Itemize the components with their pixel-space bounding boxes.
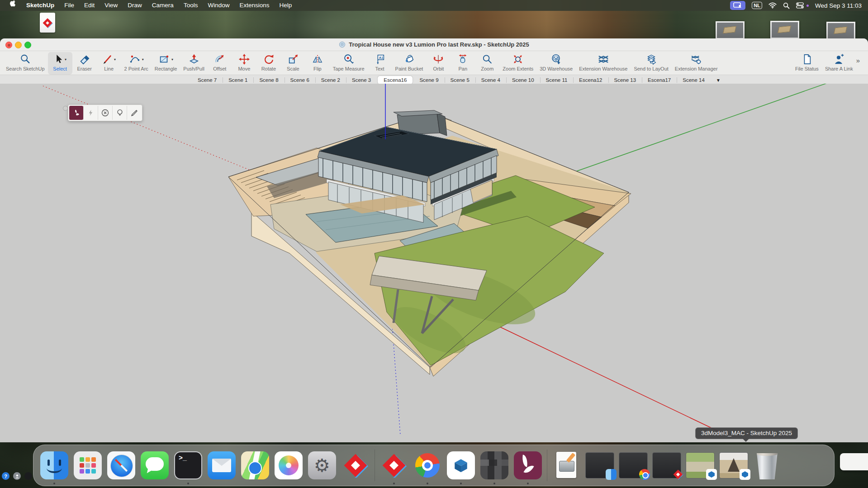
tool-scale[interactable]: Scale — [281, 52, 305, 75]
livesync-materials-button[interactable] — [127, 106, 141, 120]
tool-move[interactable]: Move — [232, 52, 256, 75]
menu-help[interactable]: Help — [274, 0, 297, 11]
scene-tabs-dropdown[interactable]: ▼ — [711, 78, 726, 83]
menu-view[interactable]: View — [100, 0, 123, 11]
tool-zoom-extents[interactable]: Zoom Extents — [499, 52, 536, 75]
scene-tab[interactable]: Escena12 — [573, 76, 608, 85]
minimize-button[interactable] — [15, 42, 22, 48]
dock-chrome[interactable] — [413, 451, 442, 480]
menu-file[interactable]: File — [59, 0, 79, 11]
menu-window[interactable]: Window — [203, 0, 234, 11]
user-badge-icon[interactable] — [13, 472, 21, 480]
scene-tab[interactable]: Scene 14 — [677, 76, 711, 85]
menu-tools[interactable]: Tools — [179, 0, 203, 11]
dock-trash[interactable] — [753, 451, 782, 480]
desktop-screenshot-thumbnail-1[interactable] — [716, 21, 745, 39]
dock-sketchup[interactable] — [341, 451, 370, 480]
scene-tab[interactable]: Scene 4 — [475, 76, 506, 85]
dock-disk-image-file[interactable] — [552, 451, 581, 480]
dock-sketchup-running[interactable] — [379, 451, 408, 480]
tool-extension-manager[interactable]: Extension Manager — [672, 52, 721, 75]
tool-rectangle[interactable]: ▾ Rectangle — [152, 52, 180, 75]
tool-eraser[interactable]: Eraser — [72, 52, 97, 75]
dropdown-caret-icon[interactable]: ▾ — [65, 57, 66, 62]
scene-tab[interactable]: Scene 5 — [445, 76, 475, 85]
desktop-screenshot-thumbnail-2[interactable] — [770, 21, 799, 39]
zoom-window-button[interactable] — [24, 42, 31, 48]
dock-safari[interactable] — [107, 451, 136, 480]
tool-file-status[interactable]: File Status — [792, 52, 822, 75]
menu-draw[interactable]: Draw — [123, 0, 147, 11]
scene-tab[interactable]: Scene 8 — [253, 76, 284, 85]
livesync-stop-button[interactable] — [98, 106, 112, 120]
tool-tape-measure[interactable]: Tape Measure — [330, 52, 368, 75]
toolbar-overflow-chevron[interactable]: » — [856, 57, 863, 71]
wifi-icon[interactable] — [768, 2, 777, 9]
tool-select[interactable]: ▾ Select — [48, 52, 72, 75]
scene-tab[interactable]: Scene 9 — [413, 76, 444, 85]
dropdown-caret-icon[interactable]: ▾ — [114, 57, 116, 62]
tool-paint-bucket[interactable]: Paint Bucket — [392, 52, 427, 75]
scene-tab-active[interactable]: Escena16 — [378, 76, 413, 84]
scene-tab[interactable]: Escena17 — [642, 76, 677, 85]
help-badge-icon[interactable]: ? — [2, 472, 9, 480]
menu-app-name[interactable]: SketchUp — [21, 0, 59, 11]
tool-orbit[interactable]: Orbit — [426, 52, 451, 75]
apple-menu[interactable] — [5, 0, 21, 11]
scene-tab[interactable]: Scene 7 — [192, 76, 223, 85]
tool-push-pull[interactable]: Push/Pull — [180, 52, 207, 75]
menu-extensions[interactable]: Extensions — [234, 0, 274, 11]
model-canvas[interactable] — [0, 84, 868, 442]
tool-2-point-arc[interactable]: ▾ 2 Point Arc — [121, 52, 152, 75]
dock-mail[interactable] — [207, 451, 236, 480]
input-source-indicator[interactable]: NL — [752, 2, 762, 9]
livesync-toggle-button[interactable] — [69, 106, 83, 120]
background-window-edge[interactable] — [840, 453, 868, 470]
scene-tab[interactable]: Scene 11 — [540, 76, 574, 85]
dock-finder[interactable] — [40, 451, 69, 480]
dock-minimized-window-finder[interactable] — [585, 451, 614, 480]
tool-3d-warehouse[interactable]: 3D Warehouse — [536, 52, 576, 75]
dock-minimized-window-sketchup[interactable] — [652, 451, 681, 480]
tool-send-to-layout[interactable]: Send to LayOut — [631, 52, 671, 75]
screen-mirroring-icon[interactable] — [730, 1, 745, 10]
control-center-icon[interactable] — [796, 2, 804, 9]
menu-camera[interactable]: Camera — [147, 0, 179, 11]
dock-photos[interactable] — [274, 451, 303, 480]
dock-3d-warehouse-app[interactable] — [446, 451, 475, 480]
dock-maps[interactable] — [241, 451, 270, 480]
desktop-screenshot-thumbnail-3[interactable] — [826, 22, 855, 40]
model-viewport[interactable] — [0, 84, 868, 442]
dock-minimized-3dw-model-2[interactable] — [719, 451, 748, 480]
dock-lumion[interactable] — [513, 451, 542, 480]
menu-edit[interactable]: Edit — [79, 0, 100, 11]
close-button[interactable] — [5, 42, 12, 48]
spotlight-search-icon[interactable] — [783, 2, 790, 9]
tool-search-sketchup[interactable]: Search SketchUp — [3, 52, 48, 75]
menu-bar-clock[interactable]: Wed Sep 3 11:03 — [815, 2, 862, 9]
window-title-bar[interactable]: Tropical House new v3 Lumion Pro last Re… — [0, 38, 868, 51]
scene-tab[interactable]: Scene 1 — [223, 76, 253, 85]
scene-tab[interactable]: Scene 6 — [285, 76, 315, 85]
tool-line[interactable]: ▾ Line — [97, 52, 121, 75]
tool-pan[interactable]: Pan — [451, 52, 475, 75]
dock-minimized-3dw-model-1[interactable] — [686, 451, 715, 480]
livesync-refresh-button[interactable] — [83, 106, 98, 120]
dropdown-caret-icon[interactable]: ▾ — [171, 57, 173, 62]
tool-text[interactable]: A1 Text — [368, 52, 392, 75]
tool-offset[interactable]: Offset — [208, 52, 232, 75]
tool-rotate[interactable]: Rotate — [256, 52, 281, 75]
dock-launchpad[interactable] — [73, 451, 102, 480]
scene-tab[interactable]: Scene 10 — [506, 76, 540, 85]
dock-messages[interactable] — [140, 451, 169, 480]
dock-minimized-window-chrome[interactable] — [619, 451, 648, 480]
desktop-sketchup-file-icon[interactable] — [40, 13, 55, 33]
tool-flip[interactable]: Flip — [305, 52, 330, 75]
scene-tab[interactable]: Scene 3 — [346, 76, 377, 85]
dropdown-caret-icon[interactable]: ▾ — [142, 57, 144, 62]
livesync-lights-button[interactable] — [112, 106, 127, 120]
tool-extension-warehouse[interactable]: Extension Warehouse — [576, 52, 631, 75]
dark-badge-icon[interactable] — [24, 472, 32, 480]
scene-tab[interactable]: Scene 13 — [608, 76, 642, 85]
scene-tab[interactable]: Scene 2 — [315, 76, 346, 85]
